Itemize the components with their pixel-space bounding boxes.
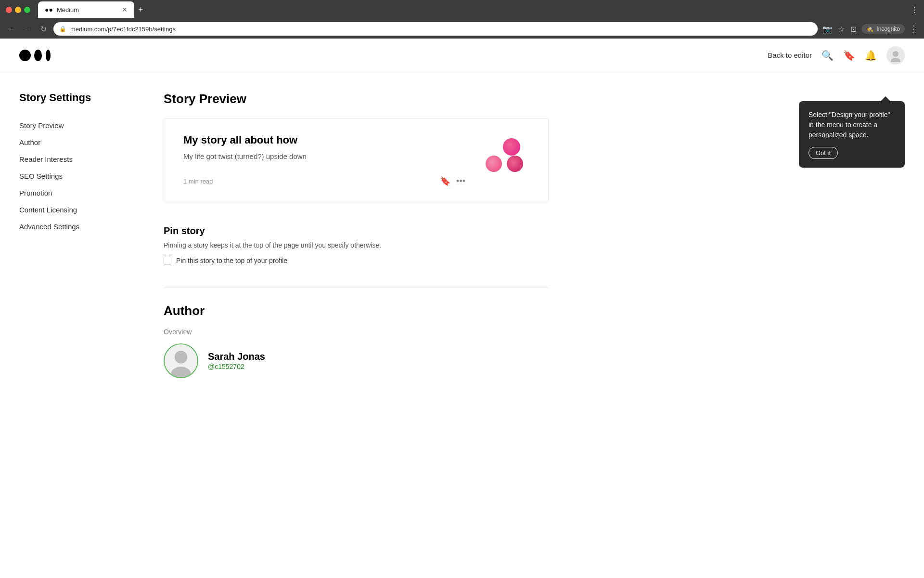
svg-point-6 bbox=[175, 351, 187, 363]
pin-story-checkbox-row: Pin this story to the top of your profil… bbox=[164, 257, 549, 264]
tooltip-text: Select "Design your profile" in the menu… bbox=[808, 110, 895, 140]
author-info: Sarah Jonas @c1552702 bbox=[208, 351, 265, 371]
story-card: My story all about how My life got twist… bbox=[164, 118, 549, 202]
dot-maximize[interactable] bbox=[24, 7, 30, 13]
main-content: Story Preview My story all about how My … bbox=[135, 92, 568, 378]
browser-menu-dots[interactable]: ⋮ bbox=[910, 24, 918, 34]
story-card-inner: My story all about how My life got twist… bbox=[183, 134, 529, 186]
section-divider bbox=[164, 288, 549, 288]
star-icon[interactable]: ☆ bbox=[838, 25, 845, 34]
avatar[interactable] bbox=[886, 46, 905, 65]
story-preview-title: Story Preview bbox=[164, 92, 549, 106]
browser-titlebar: ●● Medium ✕ + ⋮ bbox=[0, 0, 924, 19]
browser-toolbar: ← → ↻ 🔒 medium.com/p/7ec1fdc2159b/settin… bbox=[0, 19, 924, 39]
sidebar-title: Story Settings bbox=[19, 92, 116, 104]
pin-story-checkbox-label[interactable]: Pin this story to the top of your profil… bbox=[176, 257, 287, 264]
pin-story-checkbox[interactable] bbox=[164, 257, 171, 264]
search-icon[interactable]: 🔍 bbox=[821, 50, 834, 61]
save-icon[interactable]: 🔖 bbox=[440, 176, 450, 186]
sidebar-item-content-licensing[interactable]: Content Licensing bbox=[19, 202, 116, 218]
sidebar-nav: Story Preview Author Reader Interests SE… bbox=[19, 118, 116, 235]
story-text: My story all about how My life got twist… bbox=[183, 134, 465, 186]
more-options-icon[interactable]: ••• bbox=[456, 176, 465, 186]
tooltip-box: Select "Design your profile" in the menu… bbox=[799, 101, 905, 168]
main-layout: Story Settings Story Preview Author Read… bbox=[0, 72, 924, 397]
tooltip-got-it-button[interactable]: Got it bbox=[808, 147, 838, 159]
toolbar-icons: 📷 ☆ ⊡ bbox=[822, 25, 857, 34]
browser-chrome: ●● Medium ✕ + ⋮ ← → ↻ 🔒 medium.com/p/7ec… bbox=[0, 0, 924, 39]
medium-logo[interactable] bbox=[19, 46, 55, 65]
dot-minimize[interactable] bbox=[15, 7, 21, 13]
author-section: Author Overview Sarah Jonas @c1552702 bbox=[164, 303, 549, 378]
story-meta: 1 min read 🔖 ••• bbox=[183, 176, 465, 186]
svg-point-4 bbox=[891, 58, 900, 62]
tab-close-button[interactable]: ✕ bbox=[122, 6, 128, 13]
header-right: Back to editor 🔍 🔖 🔔 bbox=[768, 46, 905, 65]
back-to-editor-link[interactable]: Back to editor bbox=[768, 51, 812, 59]
story-headline: My story all about how bbox=[183, 134, 465, 146]
address-text: medium.com/p/7ec1fdc2159b/settings bbox=[70, 26, 812, 33]
circle-top bbox=[503, 138, 520, 156]
sidebar-item-reader-interests[interactable]: Reader Interests bbox=[19, 151, 116, 167]
story-subtitle: My life got twist (turned?) upside down bbox=[183, 152, 465, 160]
read-time: 1 min read bbox=[183, 178, 213, 185]
sidebar: Story Settings Story Preview Author Read… bbox=[0, 92, 135, 378]
pin-story-title: Pin story bbox=[164, 225, 549, 236]
incognito-icon: 🕵 bbox=[866, 26, 873, 32]
svg-point-0 bbox=[19, 50, 31, 61]
new-tab-button[interactable]: + bbox=[138, 5, 143, 15]
active-tab[interactable]: ●● Medium ✕ bbox=[38, 1, 134, 18]
author-section-title: Author bbox=[164, 303, 549, 318]
app-header: Back to editor 🔍 🔖 🔔 bbox=[0, 39, 924, 72]
bookmark-header-icon[interactable]: 🔖 bbox=[843, 50, 855, 61]
sidebar-item-author[interactable]: Author bbox=[19, 134, 116, 150]
pin-story-description: Pinning a story keeps it at the top of t… bbox=[164, 241, 549, 249]
circle-bottom-left bbox=[486, 156, 502, 172]
notifications-icon[interactable]: 🔔 bbox=[865, 50, 877, 61]
reading-list-icon[interactable]: ⊡ bbox=[850, 25, 857, 34]
back-button[interactable]: ← bbox=[6, 23, 17, 35]
sidebar-item-seo-settings[interactable]: SEO Settings bbox=[19, 168, 116, 184]
browser-menu-button[interactable]: ⋮ bbox=[911, 5, 918, 14]
author-handle[interactable]: @c1552702 bbox=[208, 363, 244, 370]
svg-point-3 bbox=[893, 51, 898, 57]
security-icon: 🔒 bbox=[59, 26, 66, 32]
reload-button[interactable]: ↻ bbox=[38, 23, 49, 36]
author-card: Sarah Jonas @c1552702 bbox=[164, 343, 549, 378]
author-overview-label: Overview bbox=[164, 328, 549, 336]
tab-title: Medium bbox=[57, 6, 118, 13]
address-bar[interactable]: 🔒 medium.com/p/7ec1fdc2159b/settings bbox=[53, 22, 818, 36]
story-meta-icons: 🔖 ••• bbox=[440, 176, 465, 186]
pin-story-section: Pin story Pinning a story keeps it at th… bbox=[164, 225, 549, 264]
author-avatar bbox=[164, 343, 198, 378]
app-container: Back to editor 🔍 🔖 🔔 Story Settings Stor… bbox=[0, 39, 924, 578]
browser-tabs: ●● Medium ✕ + bbox=[38, 1, 911, 18]
story-preview-section: Story Preview My story all about how My … bbox=[164, 92, 549, 202]
forward-button[interactable]: → bbox=[22, 23, 34, 35]
story-image-placeholder bbox=[481, 136, 529, 174]
incognito-badge: 🕵 Incognito bbox=[861, 24, 905, 34]
story-circles-decoration bbox=[486, 138, 524, 172]
circle-bottom-right bbox=[507, 156, 523, 172]
tab-favicon: ●● bbox=[45, 6, 53, 13]
window-controls bbox=[6, 7, 30, 13]
svg-point-2 bbox=[46, 50, 51, 61]
svg-point-1 bbox=[34, 50, 42, 61]
dot-close[interactable] bbox=[6, 7, 12, 13]
sidebar-item-promotion[interactable]: Promotion bbox=[19, 185, 116, 201]
sidebar-item-story-preview[interactable]: Story Preview bbox=[19, 118, 116, 133]
tooltip-overlay: Select "Design your profile" in the menu… bbox=[799, 101, 905, 168]
sidebar-item-advanced-settings[interactable]: Advanced Settings bbox=[19, 219, 116, 235]
camera-icon[interactable]: 📷 bbox=[822, 25, 832, 34]
incognito-label: Incognito bbox=[876, 26, 900, 32]
author-name: Sarah Jonas bbox=[208, 351, 265, 362]
